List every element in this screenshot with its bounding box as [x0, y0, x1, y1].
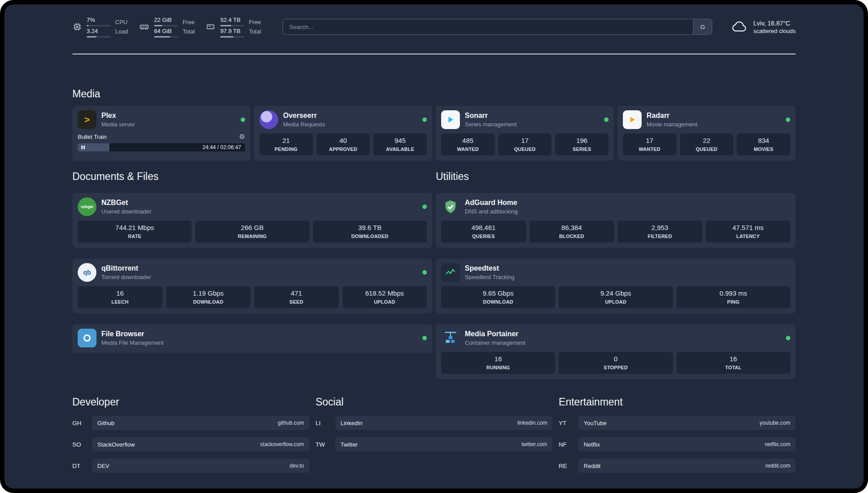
app-window: 7% 3.24 CPU Load 22 GiB 64 GiB — [0, 0, 868, 493]
bookmark-abbr: LI — [316, 420, 329, 426]
search-engine-button[interactable]: G — [693, 19, 712, 34]
utilities-column: Utilities AdGuard Home DNS and adblockin… — [436, 170, 796, 379]
service-subtitle: DNS and adblocking — [465, 208, 518, 215]
disk-total-bar — [220, 36, 244, 38]
middle-columns: Documents & Files nzbget NZBGet Usenet d… — [72, 170, 796, 379]
bookmark-row: TW Twitter twitter.com — [316, 437, 553, 451]
section-title-utilities: Utilities — [436, 170, 796, 183]
topbar-divider — [72, 54, 796, 54]
playback-progress-bar[interactable]: 24:44 / 02:06:47 — [78, 143, 245, 151]
memory-free-label: Free — [183, 19, 195, 26]
memory-widget: 22 GiB 64 GiB Free Total — [139, 17, 195, 38]
stat-running: 16 RUNNING — [441, 352, 555, 374]
service-name: File Browser — [101, 330, 163, 338]
memory-icon — [139, 22, 150, 32]
service-subtitle: Usenet downloader — [101, 208, 151, 215]
service-subtitle: Media server — [101, 121, 135, 128]
bookmark-row: YT YouTube youtube.com — [559, 416, 796, 430]
speedtest-icon — [441, 263, 460, 282]
stat-download: 9.65 Gbps DOWNLOAD — [441, 286, 555, 308]
stat-series: 196 SERIES — [555, 134, 609, 155]
nzbget-icon: nzbget — [78, 197, 96, 216]
playback-time: 24:44 / 02:06:47 — [202, 143, 241, 151]
service-subtitle: Media Requests — [283, 121, 325, 128]
filebrowser-icon — [78, 329, 96, 347]
service-card-plex[interactable]: > Plex Media server Bullet Train ⚙ 24:44… — [72, 106, 250, 161]
disk-total-label: Total — [249, 28, 261, 35]
disk-icon — [205, 22, 216, 32]
disk-widget: 52.4 TB 97.9 TB Free Total — [205, 17, 261, 38]
service-card-nzbget[interactable]: nzbget NZBGet Usenet downloader 744.21 M… — [72, 193, 432, 248]
stat-queries: 498,461 QUERIES — [441, 221, 526, 242]
bookmark-row: LI LinkedIn linkedin.com — [316, 416, 553, 430]
bookmark-abbr: NF — [559, 441, 572, 448]
bookmark-row: GH Github github.com — [72, 416, 309, 430]
service-subtitle: Movie management — [647, 121, 697, 128]
stat-movies: 834 MOVIES — [737, 134, 790, 155]
disk-free-bar — [220, 25, 244, 26]
service-card-overseerr[interactable]: Overseerr Media Requests 21 PENDING 40 A… — [254, 106, 432, 161]
bookmark-youtube[interactable]: YouTube youtube.com — [578, 416, 796, 430]
status-dot — [422, 117, 427, 122]
bookmark-abbr: YT — [559, 420, 572, 426]
bookmark-abbr: SO — [72, 441, 86, 448]
service-subtitle: Series management — [465, 121, 517, 128]
service-card-speedtest[interactable]: Speedtest Speedtest Tracking 9.65 Gbps D… — [436, 259, 796, 313]
search-input[interactable] — [283, 19, 693, 34]
section-title-social: Social — [316, 395, 553, 409]
dashboard-page: 7% 3.24 CPU Load 22 GiB 64 GiB — [4, 4, 864, 489]
bookmark-reddit[interactable]: Reddit reddit.com — [578, 459, 796, 473]
bookmark-linkedin[interactable]: LinkedIn linkedin.com — [335, 416, 553, 430]
section-title-entertainment: Entertainment — [559, 395, 796, 409]
stat-rate: 744.21 Mbps RATE — [78, 221, 192, 242]
stat-upload: 618.52 Mbps UPLOAD — [342, 286, 427, 308]
search-bar: G — [283, 19, 712, 35]
cloud-icon — [732, 20, 748, 34]
memory-total-label: Total — [183, 28, 195, 35]
service-name: Overseerr — [283, 111, 325, 120]
status-dot — [604, 117, 609, 122]
bookmark-row: RE Reddit reddit.com — [559, 459, 796, 473]
settings-gear-icon[interactable]: ⚙ — [239, 133, 245, 140]
stat-latency: 47.571 ms LATENCY — [706, 221, 791, 242]
service-subtitle: Media File Management — [101, 339, 163, 347]
memory-total-value: 64 GiB — [154, 28, 178, 34]
memory-free-value: 22 GiB — [154, 17, 178, 23]
radarr-icon — [623, 110, 642, 129]
cpu-load-bar — [87, 36, 111, 38]
service-card-filebrowser[interactable]: File Browser Media File Management — [72, 324, 432, 353]
disk-free-label: Free — [249, 19, 261, 26]
documents-column: Documents & Files nzbget NZBGet Usenet d… — [72, 170, 432, 379]
pause-icon[interactable] — [81, 146, 85, 149]
weather-location: Lviv, 16.87°C — [753, 19, 796, 27]
cpu-percent: 7% — [87, 17, 111, 23]
service-name: NZBGet — [101, 198, 151, 207]
status-dot — [786, 117, 790, 122]
disk-total-value: 97.9 TB — [220, 28, 244, 34]
adguard-icon — [441, 197, 460, 216]
service-card-radarr[interactable]: Radarr Movie management 17 WANTED 22 QUE… — [618, 106, 796, 161]
stat-ping: 0.993 ms PING — [676, 286, 790, 308]
stat-approved: 40 APPROVED — [317, 134, 370, 155]
stat-remaining: 266 GB REMAINING — [195, 221, 309, 242]
service-card-adguard[interactable]: AdGuard Home DNS and adblocking 498,461 … — [436, 193, 796, 248]
bookmark-github[interactable]: Github github.com — [92, 416, 309, 430]
bookmark-netflix[interactable]: Netflix netflix.com — [578, 437, 796, 451]
bookmark-dev[interactable]: DEV dev.to — [92, 459, 309, 473]
stat-pending: 21 PENDING — [259, 134, 313, 155]
cpu-percent-bar — [87, 25, 111, 26]
bookmark-stackoverflow[interactable]: StackOverflow stackoverflow.com — [92, 437, 309, 451]
service-name: Plex — [101, 111, 135, 120]
service-card-portainer[interactable]: Media Portainer Container management 16 … — [436, 324, 796, 379]
bookmarks-area: Developer GH Github github.com SO StackO… — [72, 395, 796, 473]
bookmark-twitter[interactable]: Twitter twitter.com — [335, 437, 553, 451]
bookmark-row: SO StackOverflow stackoverflow.com — [72, 437, 309, 451]
stat-filtered: 2,953 FILTERED — [618, 221, 702, 242]
bookmark-abbr: GH — [72, 420, 86, 426]
service-card-qbittorrent[interactable]: qb qBittorrent Torrent downloader 16 LEE… — [72, 259, 432, 313]
service-name: Radarr — [647, 111, 697, 120]
service-card-sonarr[interactable]: Sonarr Series management 485 WANTED 17 Q… — [436, 106, 614, 161]
weather-condition: scattered clouds — [753, 27, 796, 35]
load-label: Load — [115, 28, 128, 35]
weather-widget: Lviv, 16.87°C scattered clouds — [732, 19, 796, 35]
